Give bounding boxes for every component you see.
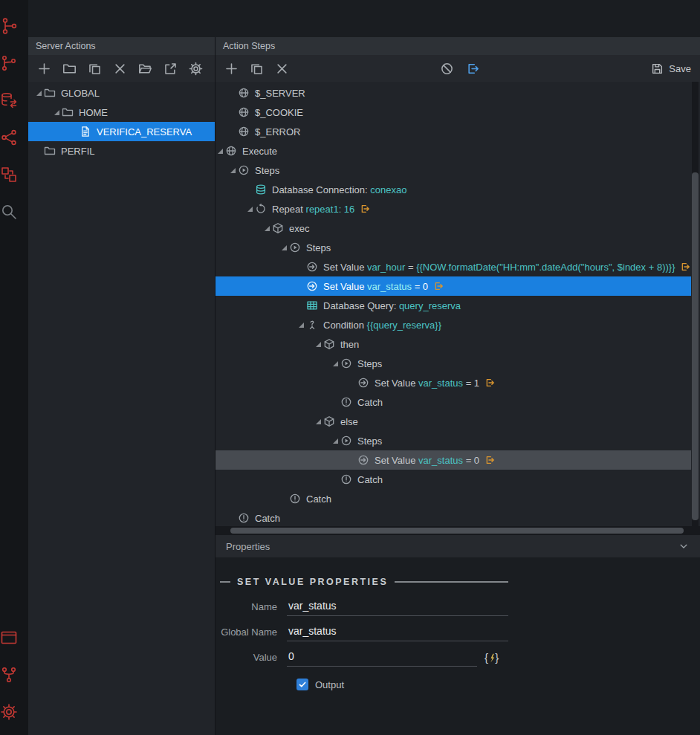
- output-icon: [433, 281, 444, 291]
- step-row-9[interactable]: Set Value var_hour = {{NOW.formatDate("H…: [215, 257, 691, 276]
- new-folder-button[interactable]: [62, 62, 77, 76]
- open-output-button[interactable]: [466, 62, 480, 76]
- add-button[interactable]: [224, 62, 239, 76]
- database-sync-button[interactable]: [0, 91, 19, 110]
- gear-icon: [0, 703, 18, 721]
- property-fields: Namevar_statusGlobal Namevar_statusValue…: [220, 599, 508, 667]
- step-row-1[interactable]: $_COOKIE: [215, 103, 691, 122]
- chevron-down-icon[interactable]: [678, 540, 690, 552]
- settings-button[interactable]: [189, 62, 203, 76]
- step-row-0[interactable]: $_SERVER: [215, 83, 691, 103]
- step-row-5[interactable]: Database Connection: conexao: [215, 180, 691, 199]
- database-sync-icon: [0, 91, 18, 109]
- output-icon: [485, 378, 495, 388]
- section-line-right: [395, 581, 508, 583]
- catch-icon: [340, 396, 352, 408]
- copy-button[interactable]: [88, 62, 102, 76]
- step-row-16[interactable]: Catch: [215, 392, 691, 412]
- expand-arrow[interactable]: [279, 245, 289, 250]
- step-row-12[interactable]: Condition {{query_reserva}}: [215, 315, 691, 334]
- step-row-4[interactable]: Steps: [215, 161, 691, 180]
- add-icon: [37, 62, 51, 76]
- output-option: Output: [296, 679, 508, 690]
- step-row-3[interactable]: Execute: [215, 141, 691, 161]
- expand-arrow[interactable]: [314, 419, 323, 424]
- delete-icon: [113, 62, 127, 76]
- panels-button[interactable]: [0, 165, 19, 184]
- share-icon: [163, 62, 178, 76]
- item-label: PERFIL: [61, 146, 95, 157]
- panels-icon: [0, 166, 18, 184]
- save-icon: [651, 62, 664, 75]
- step-row-18[interactable]: Steps: [215, 431, 691, 450]
- vertical-scroll-thumb[interactable]: [692, 172, 699, 520]
- setvalue-icon: [357, 377, 369, 389]
- expand-arrow[interactable]: [215, 149, 225, 154]
- step-row-2[interactable]: $_ERROR: [215, 122, 691, 141]
- expand-arrow[interactable]: [34, 91, 44, 96]
- step-row-14[interactable]: Steps: [215, 354, 691, 373]
- expand-arrow[interactable]: [262, 226, 272, 231]
- step-row-11[interactable]: Database Query: query_reserva: [215, 296, 691, 315]
- delete-button[interactable]: [275, 62, 289, 76]
- expand-arrow[interactable]: [228, 168, 238, 173]
- step-label: $_SERVER: [255, 88, 305, 99]
- horizontal-scroll-thumb[interactable]: [230, 528, 684, 534]
- property-row: Namevar_status: [220, 599, 508, 616]
- sa-item-verifica_reserva[interactable]: VERIFICA_RESERVA: [28, 122, 215, 141]
- expand-arrow[interactable]: [52, 110, 62, 115]
- expand-arrow[interactable]: [331, 361, 340, 366]
- window-button[interactable]: [0, 628, 19, 647]
- section-line-left: [220, 581, 230, 583]
- property-input[interactable]: var_status: [287, 599, 508, 616]
- step-row-13[interactable]: then: [215, 334, 691, 354]
- branches-button[interactable]: [0, 54, 19, 73]
- step-row-8[interactable]: Steps: [215, 238, 691, 257]
- delete-button[interactable]: [113, 62, 127, 76]
- folder-icon: [62, 106, 74, 118]
- svg-text:{: {: [485, 652, 488, 664]
- expand-arrow[interactable]: [296, 323, 306, 328]
- schema-button[interactable]: [0, 16, 19, 36]
- output-icon: [485, 455, 495, 465]
- step-row-20[interactable]: Catch: [215, 470, 691, 489]
- step-row-19[interactable]: Set Value var_status = 0: [215, 450, 691, 470]
- share-button[interactable]: [163, 62, 178, 76]
- step-row-21[interactable]: Catch: [215, 489, 691, 508]
- step-row-17[interactable]: else: [215, 412, 691, 431]
- sa-item-perfil[interactable]: PERFIL: [28, 141, 215, 161]
- section-title: SET VALUE PROPERTIES: [237, 577, 388, 587]
- sa-item-global[interactable]: GLOBAL: [28, 83, 215, 103]
- step-row-22[interactable]: Catch: [215, 508, 691, 526]
- sa-item-home[interactable]: HOME: [28, 103, 215, 122]
- share-network-button[interactable]: [0, 128, 19, 147]
- search-icon: [0, 203, 18, 221]
- expand-arrow[interactable]: [245, 207, 255, 212]
- search-button[interactable]: [0, 202, 19, 221]
- copy-button[interactable]: [250, 62, 264, 76]
- condition-icon: [306, 319, 318, 331]
- action-steps-toolbar-left: [224, 62, 289, 76]
- step-row-6[interactable]: Repeat repeat1: 16: [215, 199, 691, 218]
- fork-button[interactable]: [0, 665, 19, 684]
- gear-button[interactable]: [0, 702, 19, 722]
- step-row-7[interactable]: exec: [215, 218, 691, 238]
- step-label: Database Query: query_reserva: [323, 300, 461, 311]
- save-button[interactable]: Save: [651, 62, 691, 75]
- expand-arrow[interactable]: [331, 438, 340, 444]
- properties-header[interactable]: Properties: [215, 535, 700, 557]
- step-row-15[interactable]: Set Value var_status = 1: [215, 373, 691, 392]
- expand-arrow[interactable]: [314, 342, 323, 347]
- panel-columns: Server Actions GLOBALHOMEVERIFICA_RESERV…: [28, 37, 700, 735]
- property-input[interactable]: 0: [287, 650, 477, 667]
- property-input[interactable]: var_status: [287, 624, 508, 641]
- disable-button[interactable]: [440, 62, 454, 76]
- horizontal-scrollbar[interactable]: [215, 526, 700, 535]
- vertical-scrollbar[interactable]: [692, 82, 699, 526]
- step-row-10[interactable]: Set Value var_status = 0: [215, 276, 691, 296]
- open-folder-button[interactable]: [138, 62, 152, 76]
- output-checkbox[interactable]: [296, 679, 308, 690]
- add-button[interactable]: [37, 62, 51, 76]
- binding-picker-icon[interactable]: {}: [483, 652, 501, 664]
- item-label: GLOBAL: [61, 88, 100, 99]
